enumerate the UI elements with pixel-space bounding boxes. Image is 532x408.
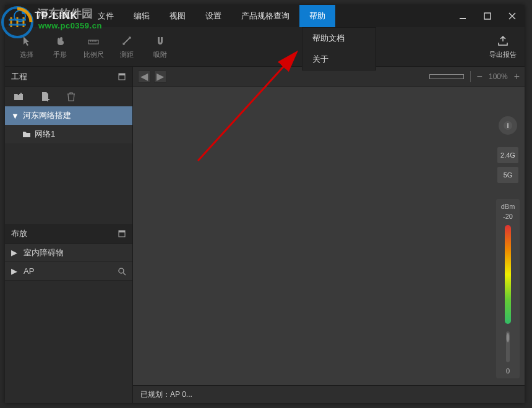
menu-help[interactable]: 帮助 (299, 5, 335, 27)
titlebar: TP-LINK 文件 编辑 视图 设置 产品规格查询 帮助 (5, 5, 525, 27)
placement-ap-row[interactable]: ▶ AP (5, 262, 132, 281)
placement-obstacle-row[interactable]: ▶ 室内障碍物 (5, 244, 132, 262)
ruler-icon (87, 34, 100, 48)
help-dropdown: 帮助文档 关于 (302, 27, 376, 70)
tool-export-report[interactable]: 导出报告 (486, 34, 520, 59)
main-menu: 文件 编辑 视图 设置 产品规格查询 帮助 (88, 5, 335, 27)
dbm-top-value: -20 (503, 213, 513, 220)
panel-project-title: 工程 (11, 71, 27, 82)
tree-root-item[interactable]: ▼ 河东网络搭建 (5, 106, 132, 125)
chevron-right-icon: ▶ (11, 266, 17, 276)
magnet-icon (153, 34, 167, 48)
new-file-icon[interactable] (41, 91, 49, 101)
menu-spec-query[interactable]: 产品规格查询 (231, 5, 299, 27)
menu-view[interactable]: 视图 (160, 5, 195, 27)
delete-icon[interactable] (67, 91, 75, 101)
status-bar: 已规划：AP 0... (133, 386, 525, 403)
collapse-icon[interactable] (118, 229, 126, 238)
svg-rect-13 (46, 99, 49, 100)
menu-file[interactable]: 文件 (88, 5, 124, 27)
search-icon[interactable] (118, 267, 126, 276)
brand-label: TP-LINK (35, 11, 78, 22)
tool-snap[interactable]: 吸附 (144, 34, 177, 59)
new-folder-icon[interactable] (14, 92, 24, 101)
help-about-item[interactable]: 关于 (302, 49, 375, 70)
band-24g-button[interactable]: 2.4G (497, 147, 518, 163)
zoom-out-button[interactable]: − (477, 71, 483, 82)
svg-rect-7 (119, 74, 125, 75)
dbm-label: dBm (501, 203, 515, 210)
minimize-button[interactable] (450, 5, 475, 27)
info-button[interactable]: i (499, 116, 517, 135)
svg-text:i: i (507, 122, 508, 129)
canvas-area: ◀ ▶ − 100% + i 2.4G 5G dBm (132, 67, 525, 403)
maximize-button[interactable] (475, 5, 500, 27)
signal-gradient (505, 225, 511, 324)
tree-root-label: 河东网络搭建 (23, 110, 71, 121)
opacity-slider[interactable] (506, 331, 510, 362)
placement-obstacle-label: 室内障碍物 (24, 247, 64, 258)
collapse-icon[interactable] (118, 72, 126, 81)
sidebar: 工程 ▼ 河东网络搭建 网 (5, 67, 132, 403)
svg-point-16 (119, 268, 124, 273)
dbm-bottom-value: 0 (506, 367, 510, 375)
menu-edit[interactable]: 编辑 (124, 5, 160, 27)
close-button[interactable] (500, 5, 525, 27)
svg-rect-9 (19, 94, 23, 95)
nav-next-button[interactable]: ▶ (154, 70, 166, 83)
tool-scale[interactable]: 比例尺 (77, 34, 110, 59)
folder-icon (22, 130, 31, 138)
panel-placement-title: 布放 (11, 228, 27, 239)
svg-rect-2 (460, 18, 466, 19)
chevron-down-icon: ▼ (11, 111, 19, 121)
svg-rect-3 (484, 13, 491, 19)
chevron-right-icon: ▶ (11, 248, 17, 257)
toolbar: 选择 手形 比例尺 测距 吸附 仿真 导出报告 (5, 27, 525, 67)
tool-select[interactable]: 选择 (10, 34, 43, 59)
help-docs-item[interactable]: 帮助文档 (302, 28, 375, 49)
measure-icon (120, 34, 134, 48)
hand-icon (53, 34, 67, 48)
project-file-ops (5, 87, 132, 106)
zoom-value: 100% (489, 72, 508, 81)
status-planned: 已规划：AP 0... (140, 389, 192, 400)
svg-point-1 (22, 11, 25, 14)
tool-hand[interactable]: 手形 (43, 34, 77, 59)
scale-indicator (429, 74, 464, 79)
signal-strength-legend: dBm -20 0 (496, 199, 520, 378)
nav-prev-button[interactable]: ◀ (138, 70, 150, 83)
panel-project-header: 工程 (5, 67, 132, 87)
zoom-in-button[interactable]: + (514, 71, 520, 82)
export-icon (496, 34, 510, 48)
tree-child-item[interactable]: 网络1 (5, 125, 132, 143)
menu-settings[interactable]: 设置 (195, 5, 231, 27)
tool-measure[interactable]: 测距 (110, 34, 144, 59)
svg-rect-15 (119, 231, 125, 232)
app-logo-icon (5, 5, 35, 27)
canvas[interactable]: i 2.4G 5G dBm -20 0 (133, 87, 525, 386)
placement-ap-label: AP (24, 266, 34, 276)
band-5g-button[interactable]: 5G (497, 167, 518, 183)
cursor-icon (20, 34, 33, 48)
slider-knob-icon (506, 333, 510, 342)
svg-rect-4 (88, 40, 98, 44)
tree-child-label: 网络1 (35, 129, 55, 140)
panel-placement-header: 布放 (5, 224, 132, 244)
